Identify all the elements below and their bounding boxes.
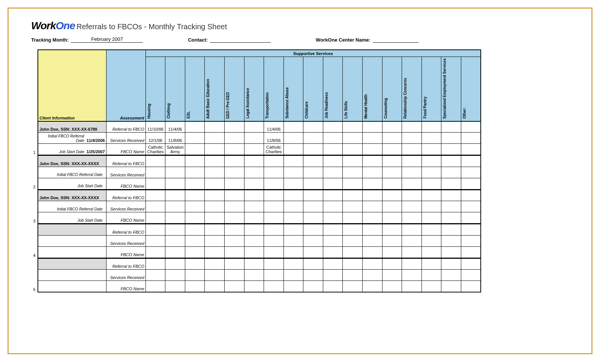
- service-cell[interactable]: [165, 212, 185, 224]
- service-cell[interactable]: [185, 258, 205, 270]
- service-cell[interactable]: [422, 258, 441, 270]
- service-cell[interactable]: [402, 246, 422, 258]
- service-cell[interactable]: [284, 155, 303, 167]
- service-cell[interactable]: [382, 258, 402, 270]
- service-cell[interactable]: [165, 270, 185, 281]
- service-cell[interactable]: [165, 190, 185, 201]
- contact-field[interactable]: [210, 42, 271, 43]
- service-cell[interactable]: [146, 190, 165, 201]
- service-cell[interactable]: [146, 155, 165, 167]
- service-cell[interactable]: [303, 258, 323, 270]
- service-cell[interactable]: [343, 167, 363, 178]
- service-cell[interactable]: Catholic Charities: [146, 144, 165, 155]
- service-cell[interactable]: [343, 246, 363, 258]
- service-cell[interactable]: [343, 121, 363, 133]
- service-cell[interactable]: [362, 121, 382, 133]
- service-cell[interactable]: [146, 167, 165, 178]
- service-cell[interactable]: [343, 133, 363, 144]
- service-cell[interactable]: [402, 190, 422, 201]
- service-cell[interactable]: [461, 224, 481, 235]
- service-cell[interactable]: [205, 167, 225, 178]
- service-cell[interactable]: [422, 201, 441, 212]
- service-cell[interactable]: [402, 155, 422, 167]
- service-cell[interactable]: [303, 155, 323, 167]
- service-cell[interactable]: [362, 167, 382, 178]
- service-cell[interactable]: [244, 144, 264, 155]
- service-cell[interactable]: [323, 121, 343, 133]
- service-cell[interactable]: [362, 178, 382, 189]
- service-cell[interactable]: [303, 178, 323, 189]
- service-cell[interactable]: 11/10/06: [146, 121, 165, 133]
- service-cell[interactable]: [244, 190, 264, 201]
- service-cell[interactable]: [441, 212, 461, 224]
- service-cell[interactable]: [422, 178, 441, 189]
- service-cell[interactable]: [362, 235, 382, 246]
- service-cell[interactable]: [264, 190, 284, 201]
- service-cell[interactable]: [205, 246, 225, 258]
- service-cell[interactable]: [303, 246, 323, 258]
- service-cell[interactable]: 11/8/06: [264, 133, 284, 144]
- service-cell[interactable]: [402, 235, 422, 246]
- service-cell[interactable]: 11/4/06: [165, 121, 185, 133]
- service-cell[interactable]: 11/4/06: [264, 121, 284, 133]
- service-cell[interactable]: [185, 155, 205, 167]
- service-cell[interactable]: [303, 121, 323, 133]
- service-cell[interactable]: [382, 155, 402, 167]
- service-cell[interactable]: [422, 281, 441, 292]
- service-cell[interactable]: [343, 178, 363, 189]
- service-cell[interactable]: [422, 224, 441, 235]
- service-cell[interactable]: [422, 246, 441, 258]
- service-cell[interactable]: [303, 281, 323, 292]
- service-cell[interactable]: [461, 178, 481, 189]
- service-cell[interactable]: [441, 121, 461, 133]
- service-cell[interactable]: [323, 224, 343, 235]
- service-cell[interactable]: [244, 167, 264, 178]
- service-cell[interactable]: [264, 155, 284, 167]
- service-cell[interactable]: [441, 281, 461, 292]
- service-cell[interactable]: [284, 224, 303, 235]
- service-cell[interactable]: [225, 155, 244, 167]
- service-cell[interactable]: [185, 235, 205, 246]
- service-cell[interactable]: [441, 178, 461, 189]
- service-cell[interactable]: [362, 224, 382, 235]
- service-cell[interactable]: [461, 121, 481, 133]
- service-cell[interactable]: [323, 258, 343, 270]
- service-cell[interactable]: [343, 212, 363, 224]
- service-cell[interactable]: [402, 201, 422, 212]
- service-cell[interactable]: [323, 201, 343, 212]
- service-cell[interactable]: [244, 224, 264, 235]
- service-cell[interactable]: [165, 235, 185, 246]
- service-cell[interactable]: [303, 144, 323, 155]
- service-cell[interactable]: [362, 281, 382, 292]
- service-cell[interactable]: [441, 155, 461, 167]
- service-cell[interactable]: [323, 246, 343, 258]
- service-cell[interactable]: [264, 246, 284, 258]
- service-cell[interactable]: [225, 121, 244, 133]
- service-cell[interactable]: [205, 270, 225, 281]
- service-cell[interactable]: [225, 133, 244, 144]
- service-cell[interactable]: [225, 281, 244, 292]
- service-cell[interactable]: [382, 133, 402, 144]
- service-cell[interactable]: [185, 224, 205, 235]
- service-cell[interactable]: [303, 167, 323, 178]
- service-cell[interactable]: [244, 281, 264, 292]
- service-cell[interactable]: [225, 201, 244, 212]
- service-cell[interactable]: [185, 281, 205, 292]
- service-cell[interactable]: [244, 258, 264, 270]
- service-cell[interactable]: [264, 178, 284, 189]
- service-cell[interactable]: [225, 144, 244, 155]
- service-cell[interactable]: [402, 270, 422, 281]
- service-cell[interactable]: [264, 224, 284, 235]
- service-cell[interactable]: [146, 235, 165, 246]
- service-cell[interactable]: [441, 167, 461, 178]
- service-cell[interactable]: [461, 281, 481, 292]
- service-cell[interactable]: [284, 246, 303, 258]
- service-cell[interactable]: [225, 270, 244, 281]
- service-cell[interactable]: [382, 224, 402, 235]
- service-cell[interactable]: [264, 235, 284, 246]
- service-cell[interactable]: [422, 235, 441, 246]
- service-cell[interactable]: [343, 144, 363, 155]
- service-cell[interactable]: [323, 155, 343, 167]
- service-cell[interactable]: [205, 224, 225, 235]
- service-cell[interactable]: [343, 224, 363, 235]
